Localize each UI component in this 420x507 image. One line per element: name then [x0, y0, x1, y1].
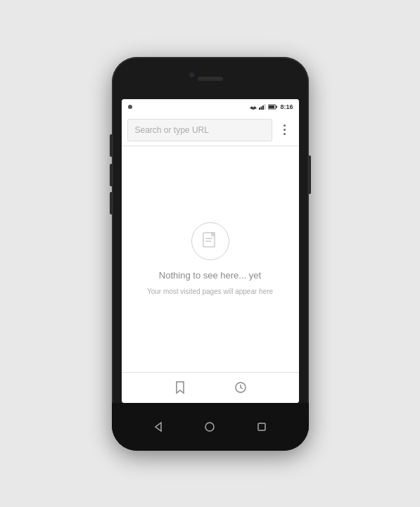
svg-rect-9	[269, 105, 274, 108]
svg-point-0	[128, 105, 132, 109]
front-camera	[189, 72, 194, 77]
recents-icon	[257, 422, 267, 432]
phone-screen: 8:16 Search or type URL	[122, 99, 299, 403]
svg-rect-8	[276, 105, 277, 108]
volume-down-button	[110, 164, 112, 186]
phone-body: 8:16 Search or type URL	[112, 57, 309, 451]
empty-state-subtitle: Your most visited pages will appear here	[133, 288, 287, 295]
home-button[interactable]	[202, 419, 217, 435]
svg-rect-4	[261, 106, 262, 110]
history-icon	[234, 380, 248, 394]
volume-down-button-2	[110, 192, 112, 214]
browser-tab-bar	[122, 372, 299, 403]
bookmarks-tab-button[interactable]	[172, 379, 189, 396]
url-menu-button[interactable]	[276, 122, 293, 139]
menu-dot-1	[284, 124, 286, 127]
menu-dot-2	[284, 129, 286, 131]
svg-rect-6	[265, 104, 266, 110]
history-tab-button[interactable]	[232, 379, 249, 396]
earpiece-speaker	[198, 77, 223, 81]
back-icon	[153, 421, 164, 432]
home-circle-icon	[204, 421, 215, 432]
empty-state-icon-circle	[191, 222, 229, 260]
back-button[interactable]	[151, 419, 166, 435]
status-right: 8:16	[250, 103, 293, 110]
status-bar: 8:16	[122, 99, 299, 115]
clock-time: 8:16	[280, 103, 293, 110]
recents-button[interactable]	[254, 419, 269, 435]
svg-marker-15	[155, 423, 161, 431]
svg-point-16	[205, 423, 214, 431]
url-bar: Search or type URL	[122, 115, 299, 146]
svg-rect-3	[259, 108, 260, 110]
document-icon	[202, 231, 219, 251]
android-nav-bar	[112, 403, 309, 451]
volume-up-button	[110, 134, 112, 157]
svg-rect-5	[262, 105, 264, 110]
svg-rect-17	[258, 423, 265, 430]
url-placeholder: Search or type URL	[135, 125, 209, 135]
battery-icon	[268, 104, 278, 110]
main-content: Nothing to see here... yet Your most vis…	[122, 146, 299, 372]
wifi-icon	[250, 104, 257, 110]
bookmarks-icon	[173, 380, 187, 394]
url-input[interactable]: Search or type URL	[127, 119, 272, 141]
signal-icon	[259, 104, 266, 110]
power-button	[309, 155, 311, 194]
status-left	[127, 104, 133, 110]
top-bezel	[112, 57, 309, 99]
phone-device: 8:16 Search or type URL	[112, 57, 309, 451]
menu-dot-3	[284, 133, 286, 135]
notification-dot-icon	[127, 104, 133, 110]
svg-rect-10	[203, 233, 215, 247]
empty-state-title: Nothing to see here... yet	[159, 270, 261, 281]
